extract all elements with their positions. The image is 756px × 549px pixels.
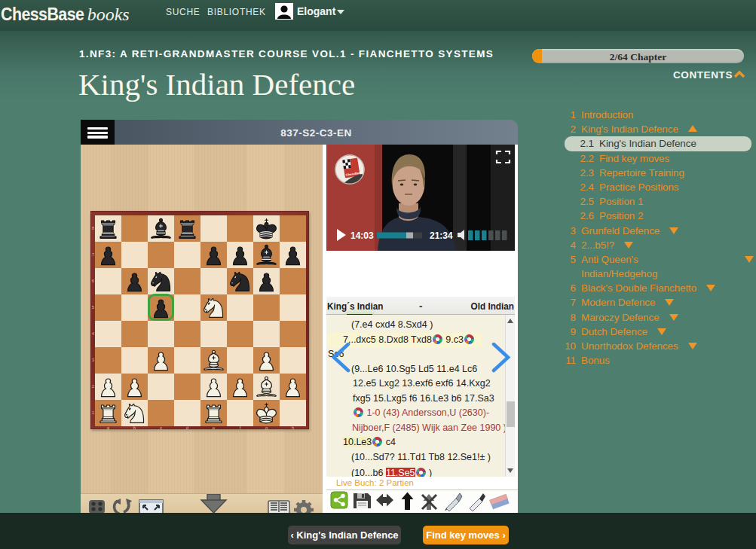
svg-text:14:03: 14:03 bbox=[350, 230, 374, 241]
svg-text:21:34: 21:34 bbox=[430, 230, 453, 241]
